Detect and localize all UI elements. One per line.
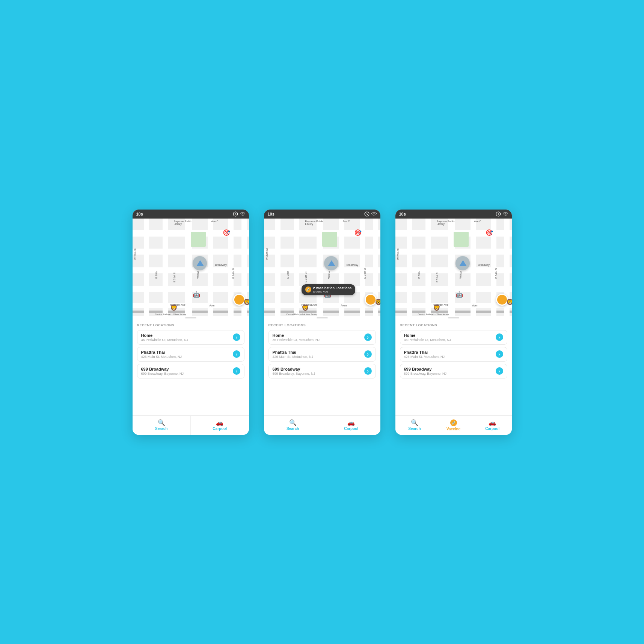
location-item-broadway-3[interactable]: 699 Broadway 699 Broadway, Bayonne, NJ xyxy=(400,364,507,379)
location-item-phattra-1[interactable]: Phattra Thai 426 Main St. Metuchen, NJ xyxy=(137,347,244,362)
status-icons-1 xyxy=(233,211,245,217)
location-name: Phattra Thai xyxy=(273,350,314,354)
vaccine-label-3: Vaccine xyxy=(446,427,460,431)
locations-section-1: RECENT LOCATIONS Home 36 Periwinkle Ct, … xyxy=(133,320,249,415)
location-arrow[interactable] xyxy=(364,367,372,375)
location-item-phattra-2[interactable]: Phattra Thai 426 Main St. Metuchen, NJ xyxy=(268,347,376,362)
location-name: 699 Broadway xyxy=(141,367,184,371)
nav-vaccine-3[interactable]: 💉 Vaccine xyxy=(434,416,473,435)
location-arrow[interactable] xyxy=(233,333,240,341)
location-addr: 699 Broadway, Bayonne, NJ xyxy=(273,372,315,376)
nav-arrow-2 xyxy=(324,256,338,270)
location-addr: 36 Periwinkle Ct, Metuchen, NJ xyxy=(141,338,189,342)
location-addr: 426 Main St. Metuchen, NJ xyxy=(273,355,314,359)
notification-bubble[interactable]: 💉 2 Vaccination Locations around you xyxy=(302,284,356,295)
waze-char-5: 🎯 xyxy=(354,230,362,236)
status-icons-2 xyxy=(364,211,377,217)
phones-container: 10s Bayonne PublicL xyxy=(133,210,512,435)
carpool-label-1: Carpool xyxy=(213,427,227,431)
map-1: Bayonne PublicLibrary Ave C Broadway Ave… xyxy=(133,219,249,316)
location-item-broadway-2[interactable]: 699 Broadway 699 Broadway, Bayonne, NJ xyxy=(268,364,376,379)
location-info: Phattra Thai 426 Main St. Metuchen, NJ xyxy=(404,350,445,359)
location-arrow[interactable] xyxy=(233,350,240,358)
location-addr: 426 Main St. Metuchen, NJ xyxy=(141,355,182,359)
waze-char-2: 🤖 xyxy=(193,292,200,298)
bottom-nav-2: 🔍 Search 🚗 Carpool xyxy=(264,415,380,435)
location-addr: 699 Broadway, Bayonne, NJ xyxy=(141,372,184,376)
map-divider-1 xyxy=(185,317,196,318)
location-arrow[interactable] xyxy=(496,333,503,341)
notif-icon: 💉 xyxy=(305,287,311,293)
phone-1: 10s Bayonne PublicL xyxy=(133,210,249,435)
location-info: Home 36 Periwinkle Ct, Metuchen, NJ xyxy=(404,333,451,342)
waze-char-12: 🦁 xyxy=(506,299,512,305)
location-item-home-2[interactable]: Home 36 Periwinkle Ct, Metuchen, NJ xyxy=(268,330,376,345)
location-name: Home xyxy=(273,333,320,338)
waze-char-8: 🦁 xyxy=(375,299,380,305)
search-label-3: Search xyxy=(408,427,421,431)
locations-title-3: RECENT LOCATIONS xyxy=(400,323,507,327)
search-icon: 🔍 xyxy=(158,420,165,426)
location-item-home-1[interactable]: Home 36 Periwinkle Ct, Metuchen, NJ xyxy=(137,330,244,345)
location-info: Phattra Thai 426 Main St. Metuchen, NJ xyxy=(273,350,314,359)
wifi-icon xyxy=(240,211,245,217)
location-arrow[interactable] xyxy=(364,333,372,341)
locations-section-2: RECENT LOCATIONS Home 36 Periwinkle Ct, … xyxy=(264,320,380,415)
location-name: Phattra Thai xyxy=(141,350,182,354)
nav-carpool-3[interactable]: 🚗 Carpool xyxy=(473,416,512,435)
status-icons-3 xyxy=(496,211,508,217)
location-arrow[interactable] xyxy=(496,350,503,358)
location-name: Home xyxy=(404,333,451,338)
map-3: Bayonne PublicLibrary Ave C Broadway Ave… xyxy=(395,219,512,316)
bottom-nav-1: 🔍 Search 🚗 Carpool xyxy=(133,415,249,435)
search-label-1: Search xyxy=(155,427,167,431)
wifi-icon xyxy=(371,211,377,217)
svg-point-1 xyxy=(242,215,243,216)
location-info: Home 36 Periwinkle Ct, Metuchen, NJ xyxy=(141,333,189,342)
nav-carpool-1[interactable]: 🚗 Carpool xyxy=(191,416,249,435)
location-name: 699 Broadway xyxy=(404,367,446,371)
status-bar-2: 10s xyxy=(264,210,380,219)
waze-char-7: 🦁 xyxy=(302,305,309,311)
location-item-home-3[interactable]: Home 36 Periwinkle Ct, Metuchen, NJ xyxy=(400,330,507,345)
carpool-icon: 🚗 xyxy=(347,420,355,426)
location-name: Home xyxy=(141,333,189,338)
phone-2: 10s Bayonne PublicLibrary Ave C Broadway xyxy=(264,210,380,435)
location-info: 699 Broadway 699 Broadway, Bayonne, NJ xyxy=(273,367,315,376)
location-item-phattra-3[interactable]: Phattra Thai 426 Main St. Metuchen, NJ xyxy=(400,347,507,362)
notif-main: 2 Vaccination Locations xyxy=(313,286,352,290)
locations-title-2: RECENT LOCATIONS xyxy=(268,323,376,327)
location-name: 699 Broadway xyxy=(273,367,315,371)
status-bar-3: 10s xyxy=(395,210,512,219)
nav-search-1[interactable]: 🔍 Search xyxy=(133,416,191,435)
map-2: Bayonne PublicLibrary Ave C Broadway Ave… xyxy=(264,219,380,316)
carpool-label-3: Carpool xyxy=(485,427,499,431)
waze-char-1: 🎯 xyxy=(223,230,230,236)
nav-search-2[interactable]: 🔍 Search xyxy=(264,416,323,435)
notif-sub: around you xyxy=(313,290,352,293)
waze-char-11: 🦁 xyxy=(433,305,440,311)
location-arrow[interactable] xyxy=(496,367,503,375)
nav-arrow-3 xyxy=(455,256,470,270)
waze-char-3: 🦁 xyxy=(170,305,178,311)
bottom-nav-3: 🔍 Search 💉 Vaccine 🚗 Carpool xyxy=(395,415,512,435)
location-arrow[interactable] xyxy=(233,367,240,375)
nav-carpool-2[interactable]: 🚗 Carpool xyxy=(322,416,380,435)
waze-char-4: 🦁 xyxy=(243,299,249,305)
location-arrow[interactable] xyxy=(364,350,372,358)
phone-3: 10s Bayonne PublicLibrary Ave C Broadway xyxy=(395,210,512,435)
carpool-label-2: Carpool xyxy=(344,427,358,431)
search-icon: 🔍 xyxy=(411,420,418,426)
nav-search-3[interactable]: 🔍 Search xyxy=(395,416,434,435)
clock-icon xyxy=(364,211,370,217)
location-name: Phattra Thai xyxy=(404,350,445,354)
status-bar-1: 10s xyxy=(133,210,249,219)
location-info: Phattra Thai 426 Main St. Metuchen, NJ xyxy=(141,350,182,359)
waze-char-9: 🎯 xyxy=(486,230,493,236)
location-addr: 699 Broadway, Bayonne, NJ xyxy=(404,372,446,376)
svg-point-3 xyxy=(374,215,374,216)
location-item-broadway-1[interactable]: 699 Broadway 699 Broadway, Bayonne, NJ xyxy=(137,364,244,379)
carpool-icon: 🚗 xyxy=(489,420,496,426)
location-info: 699 Broadway 699 Broadway, Bayonne, NJ xyxy=(141,367,184,376)
location-info: 699 Broadway 699 Broadway, Bayonne, NJ xyxy=(404,367,446,376)
